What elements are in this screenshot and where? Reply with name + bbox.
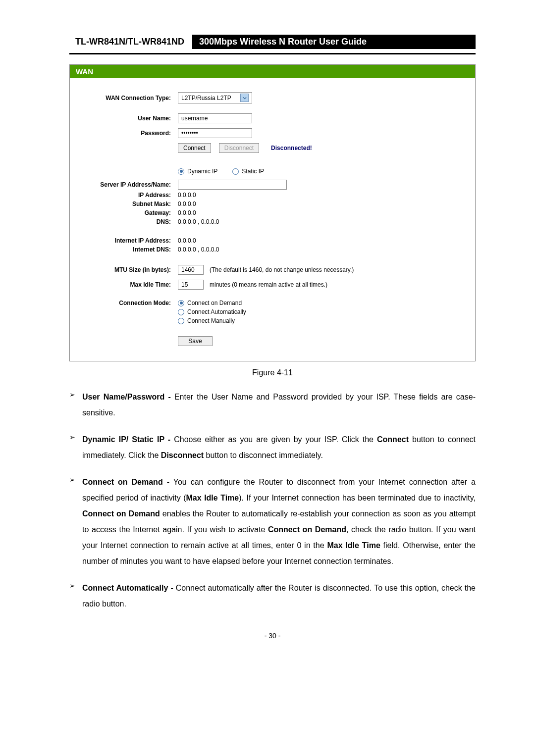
header-title: 300Mbps Wireless N Router User Guide [192, 35, 476, 49]
panel-title: WAN [70, 65, 475, 78]
max-idle-field[interactable]: 15 [178, 280, 204, 290]
server-ip-field[interactable] [178, 180, 287, 190]
header-divider [69, 53, 476, 54]
radio-icon [178, 168, 184, 175]
select-value: L2TP/Russia L2TP [181, 95, 231, 101]
label-password: Password: [83, 130, 178, 137]
label-gateway: Gateway: [83, 209, 178, 216]
label-conn-mode: Connection Mode: [83, 300, 178, 306]
disconnect-button[interactable]: Disconnect [219, 143, 259, 153]
label-server-ip: Server IP Address/Name: [83, 181, 178, 188]
radio-icon [232, 168, 239, 175]
value-gateway: 0.0.0.0 [178, 209, 462, 216]
list-item: ➢ Connect on Demand - You can configure … [69, 474, 476, 569]
radio-icon [178, 309, 184, 315]
value-internet-dns: 0.0.0.0 , 0.0.0.0 [178, 246, 462, 253]
label-dns: DNS: [83, 218, 178, 225]
bullet-icon: ➢ [69, 474, 82, 569]
mtu-field[interactable]: 1460 [178, 265, 204, 275]
mtu-note: (The default is 1460, do not change unle… [210, 266, 354, 273]
bullet-icon: ➢ [69, 389, 82, 421]
bullet-icon: ➢ [69, 580, 82, 612]
radio-connect-manually[interactable]: Connect Manually [178, 317, 235, 324]
wan-settings-panel: WAN WAN Connection Type: L2TP/Russia L2T… [69, 64, 476, 361]
wan-conn-type-select[interactable]: L2TP/Russia L2TP [178, 92, 252, 103]
label-username: User Name: [83, 115, 178, 122]
list-item: ➢ Dynamic IP/ Static IP - Choose either … [69, 432, 476, 463]
radio-dynamic-ip[interactable]: Dynamic IP [178, 168, 217, 175]
list-item: ➢ User Name/Password - Enter the User Na… [69, 389, 476, 421]
header-model: TL-WR841N/TL-WR841ND [69, 35, 192, 49]
label-internet-dns: Internet DNS: [83, 246, 178, 253]
label-mtu: MTU Size (in bytes): [83, 266, 178, 273]
value-dns: 0.0.0.0 , 0.0.0.0 [178, 218, 462, 225]
bullet-icon: ➢ [69, 432, 82, 463]
connect-button[interactable]: Connect [178, 143, 211, 153]
page-header: TL-WR841N/TL-WR841ND 300Mbps Wireless N … [69, 35, 476, 49]
radio-connect-automatically[interactable]: Connect Automatically [178, 308, 246, 315]
label-conn-type: WAN Connection Type: [83, 95, 178, 101]
username-field[interactable]: username [178, 113, 252, 123]
radio-icon [178, 318, 184, 324]
radio-icon [178, 300, 184, 306]
connection-status: Disconnected! [271, 145, 312, 151]
password-field[interactable]: •••••••• [178, 128, 252, 138]
value-internet-ip: 0.0.0.0 [178, 237, 462, 244]
value-ip-address: 0.0.0.0 [178, 192, 462, 199]
label-subnet: Subnet Mask: [83, 201, 178, 207]
radio-connect-on-demand[interactable]: Connect on Demand [178, 300, 242, 306]
max-idle-note: minutes (0 means remain active at all ti… [210, 281, 327, 288]
value-subnet: 0.0.0.0 [178, 201, 462, 207]
label-ip-address: IP Address: [83, 192, 178, 199]
chevron-down-icon [240, 94, 249, 102]
label-max-idle: Max Idle Time: [83, 281, 178, 288]
radio-static-ip[interactable]: Static IP [232, 168, 264, 175]
list-item: ➢ Connect Automatically - Connect automa… [69, 580, 476, 612]
description-list: ➢ User Name/Password - Enter the User Na… [69, 389, 476, 612]
figure-caption: Figure 4-11 [69, 368, 476, 377]
save-button[interactable]: Save [178, 336, 213, 346]
label-internet-ip: Internet IP Address: [83, 237, 178, 244]
page-number: - 30 - [69, 632, 476, 640]
